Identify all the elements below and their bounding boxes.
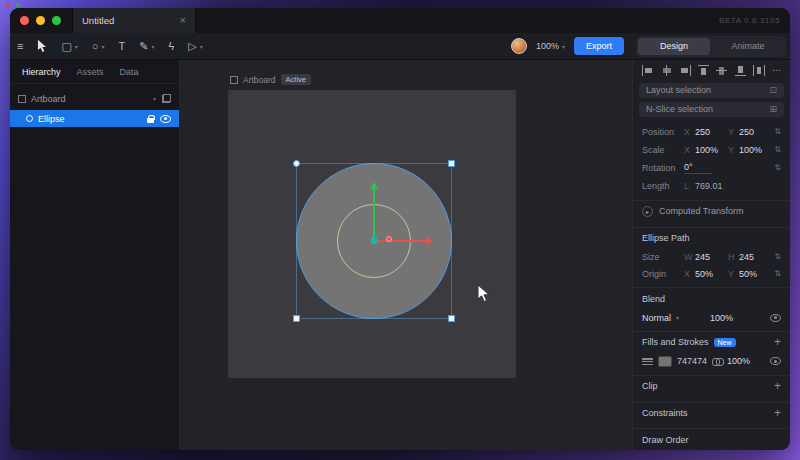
tab-data[interactable]: Data — [120, 67, 139, 77]
chevron-down-icon: ▾ — [562, 43, 565, 50]
distribute-icon[interactable] — [753, 65, 765, 76]
tab-animate[interactable]: Animate — [712, 38, 784, 55]
zoom-control[interactable]: 100% ▾ — [536, 41, 565, 51]
computed-transform-toggle[interactable]: ▸ Computed Transform — [633, 201, 790, 222]
constraints-label: Constraints — [642, 408, 688, 418]
gizmo-rotation-handle[interactable] — [386, 236, 392, 242]
align-right-icon[interactable] — [679, 65, 691, 76]
tab-assets[interactable]: Assets — [77, 67, 104, 77]
tree-item-ellipse[interactable]: Ellipse — [10, 110, 179, 127]
size-label: Size — [642, 252, 684, 262]
text-tool-button[interactable]: T — [112, 33, 133, 59]
document-tab[interactable]: Untitled × — [72, 8, 196, 33]
resize-handle-top-left[interactable] — [293, 160, 300, 167]
close-tab-icon[interactable]: × — [180, 15, 186, 26]
stepper-icon[interactable]: ⇅ — [774, 163, 781, 172]
chevron-down-icon[interactable]: ▾ — [75, 43, 78, 50]
origin-x-field[interactable]: 50% — [695, 269, 728, 279]
stepper-icon[interactable]: ⇅ — [774, 127, 781, 136]
close-window-button[interactable] — [20, 16, 29, 25]
align-bottom-icon[interactable] — [735, 65, 747, 76]
nslice-icon: ⊞ — [769, 104, 777, 114]
align-top-icon[interactable] — [698, 65, 710, 76]
play-tool-button[interactable]: ▷▾ — [181, 33, 209, 59]
chevron-down-icon[interactable]: ▾ — [151, 43, 154, 50]
tree-item-artboard[interactable]: Artboard ▾ — [10, 90, 179, 107]
position-x-field[interactable]: 250 — [695, 127, 728, 137]
chevron-down-icon[interactable]: ▾ — [102, 43, 105, 50]
mode-switch: Design Animate — [636, 36, 786, 57]
lock-icon[interactable] — [147, 118, 154, 123]
fill-hex-field[interactable]: 747474 — [677, 356, 707, 366]
size-w-field[interactable]: 245 — [695, 252, 728, 262]
blend-mode-dropdown[interactable]: Normal — [642, 313, 671, 323]
resize-handle-top-right[interactable] — [448, 160, 455, 167]
artboard-surface[interactable] — [228, 90, 516, 378]
nslice-selection-button[interactable]: N-Slice selection ⊞ — [639, 102, 784, 117]
visibility-eye-icon[interactable] — [160, 115, 171, 123]
minimize-window-button[interactable] — [36, 16, 45, 25]
gizmo-x-axis-arrow[interactable] — [374, 240, 426, 242]
x-key: X — [684, 269, 695, 279]
link-icon[interactable] — [712, 358, 722, 364]
tab-design[interactable]: Design — [638, 38, 710, 55]
scale-x-field[interactable]: 100% — [695, 145, 728, 155]
tree-item-label: Ellipse — [38, 114, 65, 124]
stepper-icon[interactable]: ⇅ — [774, 145, 781, 154]
color-swatch[interactable] — [658, 356, 672, 367]
add-fill-button[interactable]: + — [774, 336, 781, 348]
l-key: L — [684, 181, 695, 191]
desktop-dot — [6, 3, 10, 7]
gizmo-y-axis-arrow[interactable] — [373, 189, 375, 241]
more-options-icon[interactable]: ⋯ — [772, 65, 781, 75]
blend-opacity-field[interactable]: 100% — [710, 313, 733, 323]
size-h-field[interactable]: 245 — [739, 252, 772, 262]
canvas[interactable]: Artboard Active — [180, 60, 632, 450]
artboard-tool-button[interactable]: ▢▾ — [54, 33, 84, 59]
add-clip-button[interactable]: + — [774, 380, 781, 392]
scale-y-field[interactable]: 100% — [739, 145, 772, 155]
chevron-down-icon[interactable]: ▾ — [676, 314, 679, 321]
blend-visibility-toggle[interactable] — [770, 314, 781, 322]
zoom-window-button[interactable] — [52, 16, 61, 25]
origin-y-field[interactable]: 50% — [739, 269, 772, 279]
align-left-icon[interactable] — [642, 65, 654, 76]
layout-selection-button[interactable]: Layout selection ⊡ — [639, 83, 784, 98]
eye-icon — [770, 314, 781, 322]
gizmo-origin-handle[interactable] — [371, 238, 377, 244]
clip-label: Clip — [642, 381, 658, 391]
layers-icon[interactable] — [162, 94, 171, 103]
position-y-field[interactable]: 250 — [739, 127, 772, 137]
align-center-horizontal-icon[interactable] — [661, 65, 673, 76]
select-tool-button[interactable] — [30, 33, 54, 59]
align-center-vertical-icon[interactable] — [716, 65, 728, 76]
size-row: Size W 245 H 245 ⇅ — [633, 248, 790, 265]
eye-icon — [770, 357, 781, 365]
resize-handle-bottom-left[interactable] — [293, 315, 300, 322]
stepper-icon[interactable]: ⇅ — [774, 269, 781, 278]
pen-tool-button[interactable]: ✎▾ — [132, 33, 161, 59]
chevron-down-icon[interactable]: ▾ — [200, 43, 203, 50]
chevron-down-icon[interactable]: ▾ — [153, 95, 156, 102]
shape-tool-button[interactable]: ○▾ — [85, 33, 112, 59]
fill-visibility-toggle[interactable] — [770, 357, 781, 365]
rotation-field[interactable]: 0° — [684, 162, 712, 174]
resize-handle-bottom-right[interactable] — [448, 315, 455, 322]
artboard-header[interactable]: Artboard Active — [230, 74, 311, 85]
stroke-style-icon[interactable] — [642, 358, 653, 365]
mouse-cursor — [477, 284, 490, 303]
add-constraint-button[interactable]: + — [774, 407, 781, 419]
ellipse-path-label: Ellipse Path — [642, 233, 690, 243]
menu-button[interactable]: ≡ — [10, 33, 30, 59]
w-key: W — [684, 252, 695, 262]
stepper-icon[interactable]: ⇅ — [774, 252, 781, 261]
fill-opacity-field[interactable]: 100% — [727, 356, 750, 366]
tab-hierarchy[interactable]: Hierarchy — [22, 67, 61, 77]
bones-tool-button[interactable]: ϟ — [161, 33, 181, 59]
rotation-label: Rotation — [642, 163, 684, 173]
y-key: Y — [728, 145, 739, 155]
blend-label: Blend — [642, 294, 665, 304]
draw-order-label: Draw Order — [642, 435, 689, 445]
export-button[interactable]: Export — [574, 37, 624, 55]
user-avatar[interactable] — [511, 38, 527, 54]
